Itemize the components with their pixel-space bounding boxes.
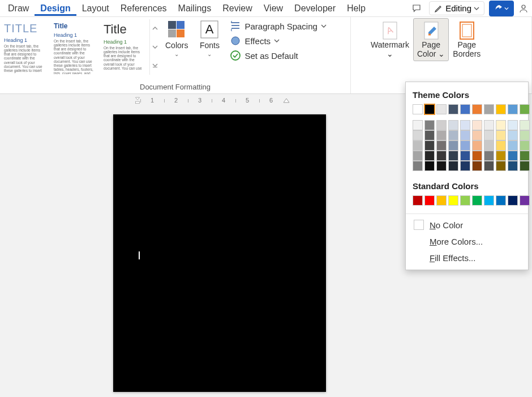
color-swatch[interactable]: [520, 195, 530, 206]
color-swatch[interactable]: [496, 151, 506, 161]
color-swatch[interactable]: [508, 120, 518, 130]
color-swatch[interactable]: [436, 140, 447, 151]
tab-review[interactable]: Review: [217, 1, 258, 16]
color-swatch[interactable]: [460, 161, 470, 171]
effects-button[interactable]: Effects: [230, 35, 326, 46]
color-swatch[interactable]: [508, 140, 518, 151]
color-swatch[interactable]: [484, 120, 494, 130]
color-swatch[interactable]: [484, 151, 494, 161]
colors-button[interactable]: Colors ⌄: [160, 17, 194, 59]
account-button[interactable]: [518, 1, 529, 16]
color-swatch[interactable]: [520, 120, 530, 130]
color-swatch[interactable]: [424, 151, 435, 161]
color-swatch[interactable]: [484, 195, 494, 206]
tab-developer[interactable]: Developer: [289, 1, 341, 16]
color-swatch[interactable]: [460, 120, 470, 130]
color-swatch[interactable]: [496, 120, 506, 130]
page-color-button[interactable]: Page Color ⌄: [413, 18, 449, 61]
tab-references[interactable]: References: [115, 1, 173, 16]
watermark-button[interactable]: A Watermark ⌄: [367, 18, 413, 61]
color-swatch[interactable]: [508, 104, 518, 114]
color-swatch[interactable]: [413, 195, 423, 206]
color-swatch[interactable]: [424, 195, 435, 206]
style-gallery[interactable]: TITLE Heading 1 On the Insert tab, the g…: [0, 17, 160, 75]
fill-effects-item[interactable]: Fill Effects...: [406, 250, 528, 266]
style-card[interactable]: TITLE Heading 1 On the Insert tab, the g…: [0, 19, 50, 75]
color-swatch[interactable]: [460, 140, 470, 151]
color-swatch[interactable]: [520, 130, 530, 140]
color-swatch[interactable]: [472, 140, 482, 151]
tab-design[interactable]: Design: [35, 1, 76, 16]
more-colors-item[interactable]: More Colors...: [406, 233, 528, 250]
color-swatch[interactable]: [448, 130, 458, 140]
color-swatch[interactable]: [413, 130, 423, 140]
no-color-item[interactable]: NNo Coloro Color: [406, 216, 528, 233]
color-swatch[interactable]: [508, 151, 518, 161]
color-swatch[interactable]: [472, 130, 482, 140]
color-swatch[interactable]: [448, 161, 458, 171]
paragraph-spacing-button[interactable]: Paragraph Spacing: [230, 20, 326, 32]
tab-layout[interactable]: Layout: [76, 1, 115, 16]
color-swatch[interactable]: [472, 195, 482, 206]
color-swatch[interactable]: [496, 140, 506, 151]
color-swatch[interactable]: [448, 120, 458, 130]
color-swatch[interactable]: [460, 151, 470, 161]
color-swatch[interactable]: [460, 195, 470, 206]
color-swatch[interactable]: [484, 130, 494, 140]
color-swatch[interactable]: [508, 195, 518, 206]
color-swatch[interactable]: [496, 130, 506, 140]
color-swatch[interactable]: [436, 195, 447, 206]
color-swatch[interactable]: [413, 161, 423, 171]
tab-mailings[interactable]: Mailings: [173, 1, 217, 16]
color-swatch[interactable]: [424, 140, 435, 151]
color-swatch[interactable]: [484, 161, 494, 171]
color-swatch[interactable]: [424, 104, 435, 114]
color-swatch[interactable]: [472, 151, 482, 161]
color-swatch[interactable]: [436, 130, 447, 140]
color-swatch[interactable]: [460, 104, 470, 114]
color-swatch[interactable]: [436, 161, 447, 171]
tab-view[interactable]: View: [258, 1, 289, 16]
color-swatch[interactable]: [472, 120, 482, 130]
color-swatch[interactable]: [448, 195, 458, 206]
gallery-scroll[interactable]: [149, 19, 160, 75]
color-swatch[interactable]: [496, 104, 506, 114]
style-card[interactable]: Title Heading 1 On the Insert tab, the g…: [50, 19, 100, 75]
color-swatch[interactable]: [520, 140, 530, 151]
color-swatch[interactable]: [496, 195, 506, 206]
color-swatch[interactable]: [508, 130, 518, 140]
color-swatch[interactable]: [448, 104, 458, 114]
color-swatch[interactable]: [448, 140, 458, 151]
tab-help[interactable]: Help: [341, 1, 371, 16]
comments-button[interactable]: [409, 1, 424, 16]
color-swatch[interactable]: [413, 120, 423, 130]
right-indent-marker-icon[interactable]: [283, 97, 290, 104]
color-swatch[interactable]: [472, 104, 482, 114]
color-swatch[interactable]: [424, 120, 435, 130]
color-swatch[interactable]: [520, 104, 530, 114]
editing-mode-button[interactable]: Editing: [429, 1, 484, 15]
color-swatch[interactable]: [472, 161, 482, 171]
color-swatch[interactable]: [424, 161, 435, 171]
color-swatch[interactable]: [448, 151, 458, 161]
color-swatch[interactable]: [413, 151, 423, 161]
color-swatch[interactable]: [413, 104, 423, 114]
color-swatch[interactable]: [436, 120, 447, 130]
color-swatch[interactable]: [520, 161, 530, 171]
color-swatch[interactable]: [436, 151, 447, 161]
document-page[interactable]: [113, 114, 326, 392]
tab-draw[interactable]: Draw: [2, 1, 35, 16]
color-swatch[interactable]: [436, 104, 447, 114]
set-default-button[interactable]: Set as Default: [230, 50, 326, 61]
color-swatch[interactable]: [520, 151, 530, 161]
color-swatch[interactable]: [424, 130, 435, 140]
share-button[interactable]: [489, 1, 514, 16]
color-swatch[interactable]: [508, 161, 518, 171]
page-borders-button[interactable]: Page Borders: [449, 18, 484, 61]
color-swatch[interactable]: [460, 130, 470, 140]
color-swatch[interactable]: [413, 140, 423, 151]
color-swatch[interactable]: [484, 104, 494, 114]
style-card[interactable]: Title Heading 1 On the Insert tab, the g…: [100, 19, 149, 75]
fonts-button[interactable]: A Fonts ⌄: [194, 17, 225, 59]
color-swatch[interactable]: [496, 161, 506, 171]
